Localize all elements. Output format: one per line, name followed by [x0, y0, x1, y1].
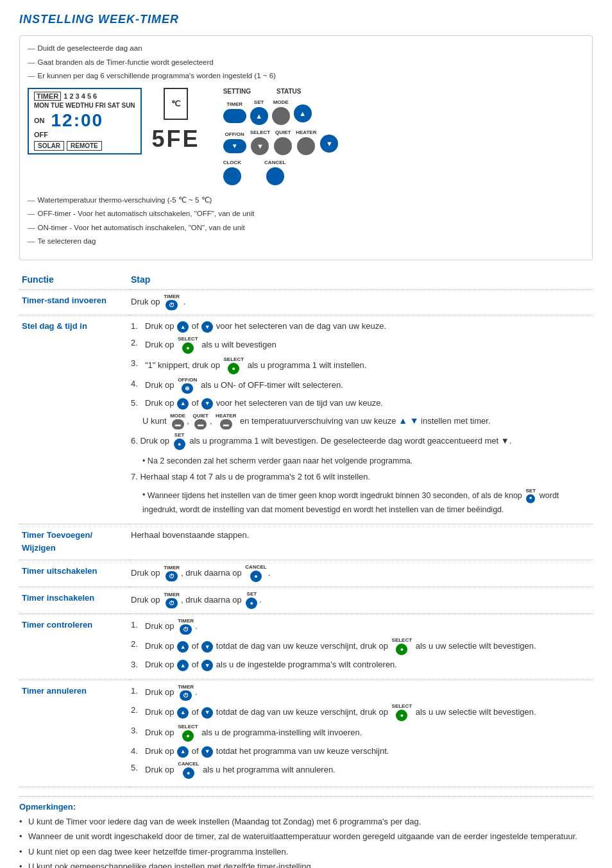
timer-btn-tc1[interactable]: ⏱: [180, 624, 192, 635]
select-btn-ta2[interactable]: ●: [396, 710, 407, 721]
down-arrow-btn-5[interactable]: [201, 398, 213, 410]
timer-annuleren-steps: 1. Druk op TIMER ⏱ . 2. Druk op of tot: [131, 685, 590, 779]
timer-above-label: TIMER: [164, 294, 180, 299]
select-btn-2[interactable]: ●: [182, 342, 194, 354]
offon-above: OFF/ON: [178, 378, 197, 383]
timer-numbers: 1 2 3 4 5 6: [64, 92, 97, 100]
seg-display: 5FE: [152, 128, 200, 151]
cancel-button[interactable]: [266, 167, 284, 185]
offon-btn-label: OFF/ON: [225, 132, 244, 137]
up-arrow-tc3[interactable]: [177, 660, 189, 671]
set-btn-col: SET ▲: [250, 100, 268, 125]
step-5b: U kunt MODE ▬ , QUIET ▬ , HEATER ▬: [131, 413, 590, 430]
remarks-section: Opmerkingen: U kunt de Timer voor iedere…: [19, 796, 593, 868]
cancel-inline-btn[interactable]: ●: [250, 571, 262, 582]
table-row-timer-controleren: Timer controleren 1. Druk op TIMER ⏱ . 2…: [19, 614, 593, 680]
set-inline-wrapper-in: SET ●: [245, 592, 258, 609]
table-row-stel-dag: Stel dag & tijd in 1. Druk op of voor he…: [19, 315, 593, 524]
timer-btn-ta1[interactable]: ⏱: [180, 690, 192, 701]
annotation-6: ON-timer - Voor het automatisch inschake…: [28, 222, 584, 235]
offon-inline-btn[interactable]: ⊛: [182, 383, 193, 394]
off-row: OFF: [34, 131, 135, 138]
down-arrow-ta4[interactable]: [201, 746, 213, 758]
up-arrow-btn-5[interactable]: [177, 398, 189, 410]
set-inline-btn-6[interactable]: ●: [174, 438, 185, 450]
set-inline-btn-in[interactable]: ●: [246, 597, 257, 609]
timer-toevoegen-label: Timer Toevoegen/Wijzigen: [19, 524, 128, 560]
timer-display: TIMER 1 2 3 4 5 6 MON TUE WEDTHU FRI SAT…: [28, 88, 142, 154]
down-arrow-tc2[interactable]: [201, 641, 213, 653]
table-row-timer-toevoegen: Timer Toevoegen/Wijzigen Herhaal bovenst…: [19, 524, 593, 560]
content-table: Functie Stap Timer-stand invoeren Druk o…: [19, 268, 593, 787]
tri-down-5b: ▼: [410, 415, 419, 426]
remark-1: U kunt de Timer voor iedere dag van de w…: [19, 815, 593, 828]
sub-bullet-7: Wanneer tijdens het instellen van de tim…: [142, 488, 590, 516]
panel-header-row: SETTING STATUS: [223, 88, 339, 95]
on-row: ON 12:00: [34, 110, 135, 131]
select-btn-ta3[interactable]: ●: [182, 730, 194, 742]
timer-inline-tc1: TIMER ⏱: [178, 619, 194, 635]
offon-button[interactable]: ▼: [223, 139, 246, 153]
ta-step-1: 1. Druk op TIMER ⏱ .: [131, 685, 590, 701]
mode-inline-btn[interactable]: ▬: [172, 419, 184, 430]
up-arrow-ta2[interactable]: [177, 707, 189, 719]
clock-button[interactable]: [223, 167, 241, 185]
stel-dag-content: 1. Druk op of voor het selecteren van de…: [128, 315, 593, 524]
mode-button[interactable]: [272, 107, 290, 125]
timer-inline-btn[interactable]: ⏱: [166, 300, 178, 310]
timer-button[interactable]: [223, 109, 246, 123]
display-row: TIMER 1 2 3 4 5 6 MON TUE WEDTHU FRI SAT…: [28, 88, 584, 188]
set-inline-btn-7[interactable]: ●: [526, 494, 535, 503]
up-arrow-btn-1[interactable]: [177, 321, 189, 333]
heater-button[interactable]: [297, 137, 315, 155]
annotation-7: Te selecteren dag: [28, 235, 584, 248]
mode-btn-col: MODE: [272, 100, 290, 125]
table-row-timer-stand: Timer-stand invoeren Druk op TIMER ⏱ .: [19, 290, 593, 315]
select-above-ta2: SELECT: [392, 704, 412, 709]
set-button[interactable]: ▲: [250, 107, 268, 125]
step-1: 1. Druk op of voor het selecteren van de…: [131, 320, 590, 333]
heater-status-col: ▼: [320, 133, 338, 153]
select-above-ta3: SELECT: [178, 724, 198, 730]
timer-inline-btn-in[interactable]: ⏱: [166, 598, 178, 608]
quiet-button[interactable]: [274, 137, 292, 155]
up-arrow-tc2[interactable]: [177, 641, 189, 653]
clock-btn-label: CLOCK: [223, 160, 241, 165]
timer-inline-btn-uit[interactable]: ⏱: [166, 571, 178, 581]
ta-step-2: 2. Druk op of totdat de dag van uw keuze…: [131, 704, 590, 721]
cancel-above: CANCEL: [245, 565, 266, 570]
ta-step-4: 4. Druk op of totdat het programma van u…: [131, 745, 590, 758]
annotation-4: Watertemperatuur thermo-verschuiving (-5…: [28, 194, 584, 207]
down-arrow-ta2[interactable]: [201, 707, 213, 719]
up-arrow-ta4[interactable]: [177, 746, 189, 758]
down-arrow-btn-1[interactable]: [201, 321, 213, 333]
step-6-num: 6.: [131, 436, 138, 446]
cancel-btn-col: CANCEL: [264, 160, 285, 185]
setting-label: SETTING: [223, 88, 251, 95]
quiet-inline-btn[interactable]: ▬: [194, 419, 207, 430]
mode-status-button[interactable]: ▲: [294, 104, 312, 122]
select-above-tc2: SELECT: [392, 638, 412, 643]
select-btn-3[interactable]: ●: [228, 363, 239, 374]
ta-step-5: 5. Druk op CANCEL ● als u het programma …: [131, 762, 590, 779]
solar-remote: SOLAR REMOTE: [34, 141, 135, 151]
remark-2: Wanneer de unit wordt ingeschakeld door …: [19, 830, 593, 843]
offon-btn-col: OFF/ON ▼: [223, 132, 246, 153]
select-button[interactable]: ▼: [251, 137, 269, 155]
heater-status-button[interactable]: ▼: [320, 135, 338, 153]
set-above-7: SET: [526, 488, 536, 494]
col2-header: Stap: [128, 268, 593, 290]
mode-above-5b: MODE: [170, 413, 185, 419]
select-inline-tc2: SELECT ●: [392, 638, 412, 655]
step-3-num: 3.: [131, 357, 142, 371]
timer-annuleren-content: 1. Druk op TIMER ⏱ . 2. Druk op of tot: [128, 680, 593, 787]
timer-inschakelen-content: Druk op TIMER ⏱ , druk daarna op SET ● .: [128, 587, 593, 614]
down-arrow-tc3[interactable]: [201, 660, 213, 671]
timer-annuleren-label: Timer annuleren: [19, 680, 128, 787]
select-btn-tc2[interactable]: ●: [396, 644, 407, 655]
timer-above-in: TIMER: [164, 592, 180, 597]
btn-row-2: OFF/ON ▼ SELECT ▼ QUIET HEATER ▼: [223, 130, 339, 155]
heater-inline-btn[interactable]: ▬: [220, 419, 232, 430]
cancel-btn-ta5[interactable]: ●: [183, 767, 194, 779]
annotations: Duidt de geselecteerde dag aan Gaat bran…: [28, 42, 584, 83]
